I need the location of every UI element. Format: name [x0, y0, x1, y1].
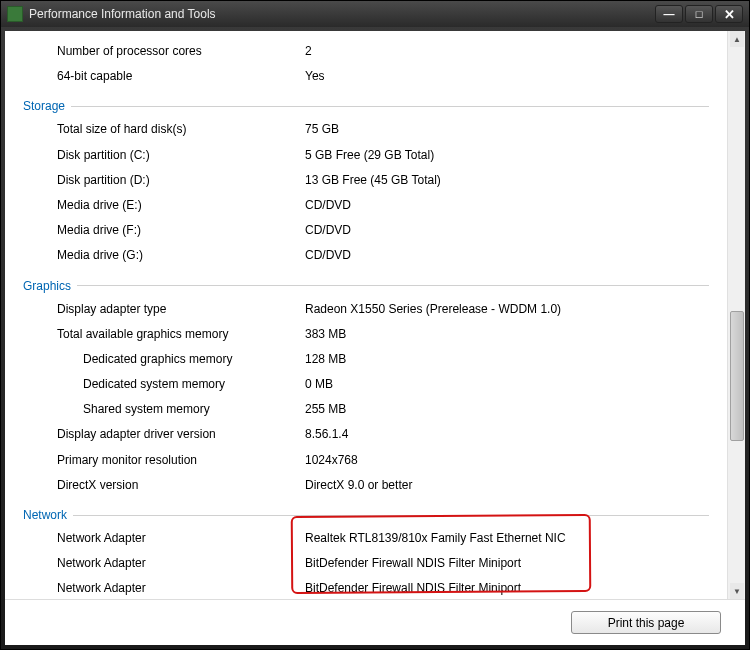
app-icon [7, 6, 23, 22]
info-value: 8.56.1.4 [305, 425, 348, 444]
content-area: Number of processor cores264-bit capable… [5, 31, 745, 645]
section-heading-label: Network [23, 508, 67, 522]
section-heading-label: Storage [23, 99, 65, 113]
info-value: 255 MB [305, 400, 346, 419]
info-row: Dedicated system memory0 MB [23, 372, 709, 397]
info-value: BitDefender Firewall NDIS Filter Minipor… [305, 579, 521, 598]
info-row: Total available graphics memory383 MB [23, 322, 709, 347]
scrollbar-thumb[interactable] [730, 311, 744, 441]
info-row: Display adapter typeRadeon X1550 Series … [23, 297, 709, 322]
info-label: Network Adapter [57, 579, 305, 598]
info-label: Dedicated system memory [83, 375, 305, 394]
info-label: Media drive (G:) [57, 246, 305, 265]
info-row: DirectX versionDirectX 9.0 or better [23, 473, 709, 498]
info-value: Realtek RTL8139/810x Family Fast Etherne… [305, 529, 566, 548]
app-window: Performance Information and Tools — □ ✕ … [0, 0, 750, 650]
info-row: Display adapter driver version8.56.1.4 [23, 422, 709, 447]
info-label: 64-bit capable [57, 67, 305, 86]
info-label: Network Adapter [57, 554, 305, 573]
info-value: 128 MB [305, 350, 346, 369]
close-button[interactable]: ✕ [715, 5, 743, 23]
info-label: Total size of hard disk(s) [57, 120, 305, 139]
info-label: Display adapter driver version [57, 425, 305, 444]
info-value: 383 MB [305, 325, 346, 344]
info-value: Radeon X1550 Series (Prerelease - WDDM 1… [305, 300, 561, 319]
vertical-scrollbar[interactable]: ▲ ▼ [727, 31, 745, 599]
info-value: 0 MB [305, 375, 333, 394]
info-value: 75 GB [305, 120, 339, 139]
info-label: Number of processor cores [57, 42, 305, 61]
info-value: 13 GB Free (45 GB Total) [305, 171, 441, 190]
section-heading: Storage [23, 99, 709, 113]
info-row: Disk partition (C:)5 GB Free (29 GB Tota… [23, 143, 709, 168]
info-label: Disk partition (D:) [57, 171, 305, 190]
info-row: Network AdapterBitDefender Firewall NDIS… [23, 576, 709, 599]
info-label: DirectX version [57, 476, 305, 495]
info-row: Media drive (E:)CD/DVD [23, 193, 709, 218]
divider [77, 285, 709, 286]
window-title: Performance Information and Tools [29, 7, 655, 21]
info-row: Disk partition (D:)13 GB Free (45 GB Tot… [23, 168, 709, 193]
info-row: Shared system memory255 MB [23, 397, 709, 422]
info-value: CD/DVD [305, 221, 351, 240]
info-value: 2 [305, 42, 312, 61]
info-row: Network AdapterBitDefender Firewall NDIS… [23, 551, 709, 576]
info-row: Media drive (G:)CD/DVD [23, 243, 709, 268]
footer-bar: Print this page [5, 599, 745, 645]
info-value: CD/DVD [305, 196, 351, 215]
info-row: 64-bit capableYes [23, 64, 709, 89]
info-value: BitDefender Firewall NDIS Filter Minipor… [305, 554, 521, 573]
info-label: Shared system memory [83, 400, 305, 419]
info-label: Total available graphics memory [57, 325, 305, 344]
info-label: Media drive (F:) [57, 221, 305, 240]
info-value: Yes [305, 67, 325, 86]
divider [71, 106, 709, 107]
divider [73, 515, 709, 516]
info-label: Network Adapter [57, 529, 305, 548]
info-label: Disk partition (C:) [57, 146, 305, 165]
minimize-button[interactable]: — [655, 5, 683, 23]
info-label: Display adapter type [57, 300, 305, 319]
info-row: Primary monitor resolution1024x768 [23, 448, 709, 473]
section-heading-label: Graphics [23, 279, 71, 293]
info-label: Media drive (E:) [57, 196, 305, 215]
scroll-down-arrow-icon[interactable]: ▼ [730, 583, 744, 599]
window-controls: — □ ✕ [655, 5, 743, 23]
section-heading: Graphics [23, 279, 709, 293]
info-row: Media drive (F:)CD/DVD [23, 218, 709, 243]
titlebar[interactable]: Performance Information and Tools — □ ✕ [1, 1, 749, 27]
info-row: Dedicated graphics memory128 MB [23, 347, 709, 372]
info-value: 1024x768 [305, 451, 358, 470]
info-value: 5 GB Free (29 GB Total) [305, 146, 434, 165]
info-value: DirectX 9.0 or better [305, 476, 412, 495]
info-row: Total size of hard disk(s)75 GB [23, 117, 709, 142]
maximize-button[interactable]: □ [685, 5, 713, 23]
info-row: Network AdapterRealtek RTL8139/810x Fami… [23, 526, 709, 551]
scroll-viewport: Number of processor cores264-bit capable… [5, 31, 727, 599]
section-heading: Network [23, 508, 709, 522]
info-label: Primary monitor resolution [57, 451, 305, 470]
scroll-up-arrow-icon[interactable]: ▲ [730, 31, 744, 47]
info-label: Dedicated graphics memory [83, 350, 305, 369]
info-row: Number of processor cores2 [23, 39, 709, 64]
info-value: CD/DVD [305, 246, 351, 265]
print-page-button[interactable]: Print this page [571, 611, 721, 634]
